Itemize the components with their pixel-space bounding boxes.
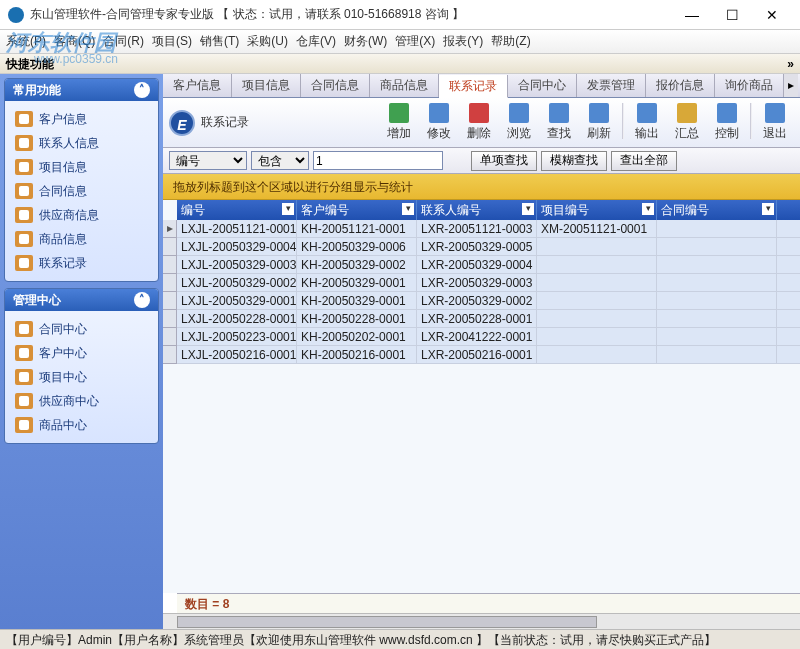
collapse-icon[interactable]: ˄ (134, 82, 150, 98)
filter-btn-fuzzy[interactable]: 模糊查找 (541, 151, 607, 171)
row-marker[interactable] (163, 346, 177, 364)
menu-item[interactable]: 合同(R) (103, 33, 144, 50)
column-filter-icon[interactable]: ▾ (522, 203, 534, 215)
table-cell: LXR-20050329-0004 (417, 256, 537, 273)
toolbar-button[interactable]: 退出 (756, 103, 794, 142)
row-marker[interactable] (163, 238, 177, 256)
filter-field-select[interactable]: 编号 (169, 151, 247, 170)
sidebar-item[interactable]: 供应商中心 (9, 389, 154, 413)
menu-item[interactable]: 仓库(V) (296, 33, 336, 50)
row-marker[interactable] (163, 256, 177, 274)
tab[interactable]: 客户信息 (163, 74, 232, 97)
row-marker[interactable] (163, 310, 177, 328)
row-marker[interactable] (163, 328, 177, 346)
tab[interactable]: 发票管理 (577, 74, 646, 97)
row-marker[interactable]: ▸ (163, 220, 177, 238)
column-header[interactable]: 项目编号▾ (537, 200, 657, 220)
toolbar-button[interactable]: 输出 (628, 103, 666, 142)
tab[interactable]: 合同中心 (508, 74, 577, 97)
panel-header[interactable]: 管理中心˄ (5, 289, 158, 311)
row-marker[interactable] (163, 292, 177, 310)
column-header[interactable]: 合同编号▾ (657, 200, 777, 220)
toolbar-button[interactable]: 增加 (380, 103, 418, 142)
table-row[interactable]: LXJL-20050228-0001KH-20050228-0001LXR-20… (177, 310, 800, 328)
menu-item[interactable]: 帮助(Z) (491, 33, 530, 50)
panel-header[interactable]: 常用功能˄ (5, 79, 158, 101)
table-row[interactable]: LXJL-20050329-0004KH-20050329-0006LXR-20… (177, 238, 800, 256)
sidebar-item[interactable]: 客户信息 (9, 107, 154, 131)
sidebar-item[interactable]: 项目信息 (9, 155, 154, 179)
table-cell (657, 346, 777, 363)
sidebar-item[interactable]: 商品信息 (9, 227, 154, 251)
column-header[interactable]: 联系人编号▾ (417, 200, 537, 220)
tab[interactable]: 合同信息 (301, 74, 370, 97)
table-row[interactable]: LXJL-20050216-0001KH-20050216-0001LXR-20… (177, 346, 800, 364)
status-bar: 【用户编号】Admin【用户名称】系统管理员【欢迎使用东山管理软件 www.ds… (0, 629, 800, 649)
toolbar-button[interactable]: 刷新 (580, 103, 618, 142)
scroll-thumb[interactable] (177, 616, 597, 628)
tab[interactable]: 报价信息 (646, 74, 715, 97)
filter-value-input[interactable] (313, 151, 443, 170)
close-button[interactable]: ✕ (752, 1, 792, 29)
sidebar-item[interactable]: 联系人信息 (9, 131, 154, 155)
toolbar-icon (429, 103, 449, 123)
collapse-icon[interactable]: ˄ (134, 292, 150, 308)
toolbar-label: 增加 (387, 125, 411, 142)
column-filter-icon[interactable]: ▾ (762, 203, 774, 215)
toolbar-button[interactable]: 浏览 (500, 103, 538, 142)
row-count: 数目 = 8 (177, 593, 800, 613)
tab-scroll-button[interactable]: ▸ (784, 74, 798, 97)
table-cell (537, 328, 657, 345)
sidebar-item-icon (15, 159, 33, 175)
filter-op-select[interactable]: 包含 (251, 151, 309, 170)
minimize-button[interactable]: — (672, 1, 712, 29)
tab[interactable]: 询价商品 (715, 74, 784, 97)
sidebar-item[interactable]: 客户中心 (9, 341, 154, 365)
menu-item[interactable]: 客商(Q) (54, 33, 95, 50)
menu-item[interactable]: 财务(W) (344, 33, 387, 50)
maximize-button[interactable]: ☐ (712, 1, 752, 29)
toolbar-button[interactable]: 查找 (540, 103, 578, 142)
column-filter-icon[interactable]: ▾ (282, 203, 294, 215)
group-by-bar[interactable]: 拖放列标题到这个区域以进行分组显示与统计 (163, 174, 800, 200)
table-cell: LXJL-20050329-0003 (177, 256, 297, 273)
toolbar-button[interactable]: 删除 (460, 103, 498, 142)
menu-item[interactable]: 销售(T) (200, 33, 239, 50)
toolbar-button[interactable]: 修改 (420, 103, 458, 142)
sidebar-item[interactable]: 项目中心 (9, 365, 154, 389)
tab[interactable]: 项目信息 (232, 74, 301, 97)
tab[interactable]: 联系记录 (439, 75, 508, 98)
menu-item[interactable]: 项目(S) (152, 33, 192, 50)
quick-collapse-icon[interactable]: » (787, 54, 794, 73)
filter-btn-single[interactable]: 单项查找 (471, 151, 537, 171)
column-filter-icon[interactable]: ▾ (402, 203, 414, 215)
menu-item[interactable]: 采购(U) (247, 33, 288, 50)
table-row[interactable]: LXJL-20051121-0001KH-20051121-0001LXR-20… (177, 220, 800, 238)
menu-item[interactable]: 系统(P) (6, 33, 46, 50)
panel-body: 客户信息联系人信息项目信息合同信息供应商信息商品信息联系记录 (5, 101, 158, 281)
horizontal-scrollbar[interactable] (163, 613, 800, 629)
column-header[interactable]: 编号▾ (177, 200, 297, 220)
toolbar-button[interactable]: 控制 (708, 103, 746, 142)
sidebar-item[interactable]: 联系记录 (9, 251, 154, 275)
table-row[interactable]: LXJL-20050329-0002KH-20050329-0001LXR-20… (177, 274, 800, 292)
table-row[interactable]: LXJL-20050223-0001KH-20050202-0001LXR-20… (177, 328, 800, 346)
row-marker[interactable] (163, 274, 177, 292)
menu-item[interactable]: 报表(Y) (443, 33, 483, 50)
table-row[interactable]: LXJL-20050329-0001KH-20050329-0001LXR-20… (177, 292, 800, 310)
toolbar-label: 浏览 (507, 125, 531, 142)
column-filter-icon[interactable]: ▾ (642, 203, 654, 215)
toolbar-button[interactable]: 汇总 (668, 103, 706, 142)
toolbar-icon (469, 103, 489, 123)
tab[interactable]: 商品信息 (370, 74, 439, 97)
sidebar-item[interactable]: 供应商信息 (9, 203, 154, 227)
sidebar-item[interactable]: 商品中心 (9, 413, 154, 437)
table-cell (537, 256, 657, 273)
column-header[interactable]: 客户编号▾ (297, 200, 417, 220)
toolbar-label: 删除 (467, 125, 491, 142)
table-row[interactable]: LXJL-20050329-0003KH-20050329-0002LXR-20… (177, 256, 800, 274)
sidebar-item[interactable]: 合同信息 (9, 179, 154, 203)
menu-item[interactable]: 管理(X) (395, 33, 435, 50)
filter-btn-all[interactable]: 查出全部 (611, 151, 677, 171)
sidebar-item[interactable]: 合同中心 (9, 317, 154, 341)
